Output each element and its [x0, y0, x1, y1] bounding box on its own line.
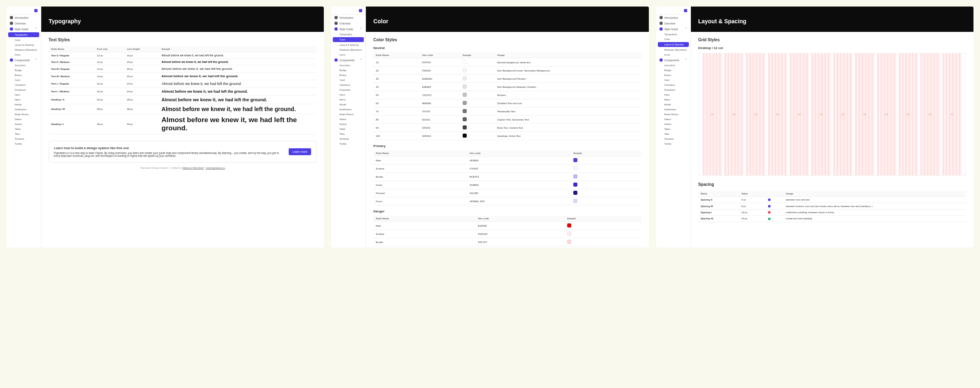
nav-sub-layout-spacing[interactable]: Layout & Spacing — [658, 42, 689, 47]
nav-sub-input[interactable]: Input — [7, 92, 41, 97]
nav-sub-table[interactable]: Table — [7, 127, 41, 132]
nav-sub-table[interactable]: Table — [656, 127, 690, 132]
section-title: Grid Styles — [698, 38, 966, 42]
nav-item-style-guide[interactable]: Style Guide⌃ — [7, 26, 41, 32]
nav-sub-checkbox[interactable]: Checkbox — [331, 83, 365, 87]
nav-sub-switch[interactable]: Switch — [656, 122, 690, 127]
nav-sub-icons[interactable]: Icons — [7, 52, 41, 57]
nav-sub-dropdown[interactable]: Dropdown — [656, 87, 690, 92]
nav-sub-menu[interactable]: Menu — [7, 97, 41, 102]
nav-sub-notification[interactable]: Notification — [331, 107, 365, 112]
color-hex: 4F3EE4 — [467, 156, 571, 165]
nav-sub-tooltip[interactable]: Tooltip — [656, 141, 690, 146]
nav-sub-button[interactable]: Button — [656, 73, 690, 78]
nav-sub-layout-spacing[interactable]: Layout & Spacing — [331, 42, 365, 47]
nav-sub-textarea[interactable]: Textarea — [331, 136, 365, 141]
nav-sub-shadows-elevation-[interactable]: Shadows (Elevation) — [7, 47, 41, 52]
nav-sub-accordion[interactable]: Accordion — [656, 63, 690, 68]
nav-item-components[interactable]: Components⌃ — [656, 57, 690, 63]
nav-sub-tabs[interactable]: Tabs — [7, 132, 41, 136]
nav-sub-modal[interactable]: Modal — [331, 102, 365, 107]
footer-author-link[interactable]: Mateusz Wierzbicki — [183, 167, 204, 169]
nav-sub-label: Card — [664, 79, 670, 81]
color-name: 10 — [373, 58, 419, 67]
nav-sub-label: Layout & Spacing — [339, 44, 359, 46]
nav-sub-typography[interactable]: Typography — [331, 32, 365, 37]
color-hex: F5F6F9 — [420, 67, 460, 75]
footer-site-link[interactable]: www.figmaster.co — [206, 167, 225, 169]
nav-sub-input[interactable]: Input — [331, 92, 365, 97]
nav-sub-label: Color — [15, 39, 20, 41]
color-sample — [571, 181, 641, 189]
nav-sub-switch[interactable]: Switch — [7, 122, 41, 127]
nav-sub-color[interactable]: Color — [7, 38, 41, 42]
nav-sub-badge[interactable]: Badge — [656, 68, 690, 73]
nav-item-introduction[interactable]: Introduction — [7, 15, 41, 20]
nav-sub-radio-button[interactable]: Radio Button — [656, 112, 690, 117]
nav-sub-input[interactable]: Input — [656, 92, 690, 97]
nav-sub-typography[interactable]: Typography — [656, 32, 690, 37]
nav-sub-shadows-elevation-[interactable]: Shadows (Elevation) — [656, 47, 690, 52]
nav-sub-card[interactable]: Card — [7, 78, 41, 83]
nav-sub-button[interactable]: Button — [331, 73, 365, 78]
nav-sub-menu[interactable]: Menu — [656, 97, 690, 102]
nav-sub-layout-spacing[interactable]: Layout & Spacing — [7, 42, 41, 47]
nav-sub-accordion[interactable]: Accordion — [331, 63, 365, 68]
nav-label: Introduction — [15, 16, 29, 19]
nav-sub-icons[interactable]: Icons — [656, 52, 690, 57]
components-icon — [334, 58, 338, 62]
nav-sub-dropdown[interactable]: Dropdown — [7, 87, 41, 92]
nav-item-introduction[interactable]: Introduction — [331, 15, 365, 20]
nav-sub-notification[interactable]: Notification — [7, 107, 41, 112]
nav-sub-card[interactable]: Card — [331, 78, 365, 83]
nav-sub-select[interactable]: Select — [7, 117, 41, 122]
group-title: Danger — [373, 210, 641, 213]
nav-sub-radio-button[interactable]: Radio Button — [7, 112, 41, 117]
nav-sub-badge[interactable]: Badge — [7, 68, 41, 73]
nav-sub-icons[interactable]: Icons — [331, 52, 365, 57]
nav-sub-badge[interactable]: Badge — [331, 68, 365, 73]
nav-sub-textarea[interactable]: Textarea — [7, 136, 41, 141]
nav-item-overview[interactable]: Overview — [7, 20, 41, 26]
nav-sub-card[interactable]: Card — [656, 78, 690, 83]
nav-sub-notification[interactable]: Notification — [656, 107, 690, 112]
nav-sub-accordion[interactable]: Accordion — [7, 63, 41, 68]
nav-sub-shadows-elevation-[interactable]: Shadows (Elevation) — [331, 47, 365, 52]
nav-sub-tabs[interactable]: Tabs — [656, 132, 690, 136]
nav-sub-tabs[interactable]: Tabs — [331, 132, 365, 136]
nav-item-style-guide[interactable]: Style Guide⌃ — [656, 26, 690, 32]
nav-sub-menu[interactable]: Menu — [331, 97, 365, 102]
nav-item-overview[interactable]: Overview — [656, 20, 690, 26]
learn-more-button[interactable]: Learn more — [289, 148, 312, 155]
nav-sub-select[interactable]: Select — [331, 117, 365, 122]
nav-item-introduction[interactable]: Introduction — [656, 15, 690, 20]
footer-text: Figmaster Design System • Crafted by — [140, 167, 183, 169]
grid-preview: 481C1C1C1C1C1C1C1C1C1C1C1C — [698, 53, 966, 176]
line-height: 44 px — [125, 114, 159, 134]
font-size: 36 px — [94, 114, 124, 134]
nav-sub-checkbox[interactable]: Checkbox — [656, 83, 690, 87]
nav-item-style-guide[interactable]: Style Guide⌃ — [331, 26, 365, 32]
nav-sub-color[interactable]: Color — [333, 37, 364, 42]
main: ColorColor StylesNeutralStyle NameHex co… — [366, 7, 648, 248]
nav-sub-modal[interactable]: Modal — [7, 102, 41, 107]
nav-sub-table[interactable]: Table — [331, 127, 365, 132]
page-title: Color — [366, 7, 648, 32]
nav-item-components[interactable]: Components⌃ — [331, 57, 365, 63]
nav-sub-select[interactable]: Select — [656, 117, 690, 122]
nav-sub-button[interactable]: Button — [7, 73, 41, 78]
nav-sub-checkbox[interactable]: Checkbox — [7, 83, 41, 87]
nav-sub-tooltip[interactable]: Tooltip — [331, 141, 365, 146]
nav-sub-tooltip[interactable]: Tooltip — [7, 141, 41, 146]
nav-sub-radio-button[interactable]: Radio Button — [331, 112, 365, 117]
nav-sub-switch[interactable]: Switch — [331, 122, 365, 127]
nav-item-overview[interactable]: Overview — [331, 20, 365, 26]
nav-sub-textarea[interactable]: Textarea — [656, 136, 690, 141]
nav-sub-dropdown[interactable]: Dropdown — [331, 87, 365, 92]
nav-sub-color[interactable]: Color — [656, 37, 690, 42]
nav-sub-modal[interactable]: Modal — [656, 102, 690, 107]
nav-item-components[interactable]: Components⌃ — [7, 57, 41, 63]
nav-sub-label: Switch — [339, 123, 347, 125]
style-name: Text S / Regular — [49, 52, 94, 59]
nav-sub-typography[interactable]: Typography — [8, 32, 39, 37]
